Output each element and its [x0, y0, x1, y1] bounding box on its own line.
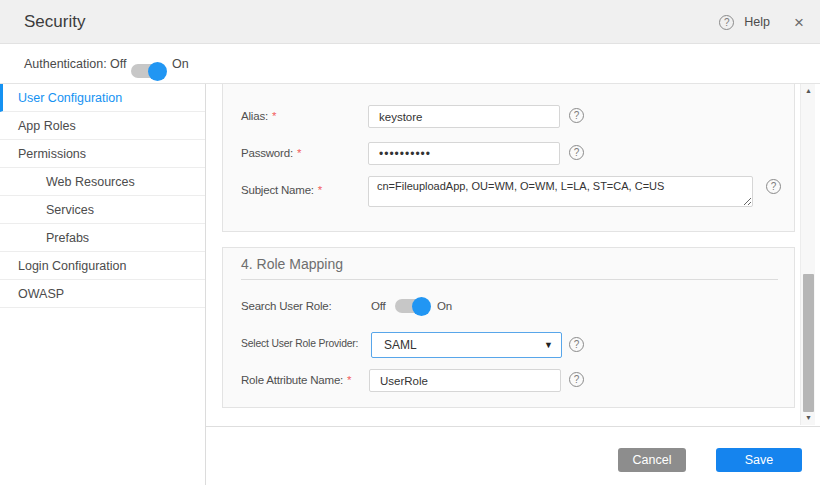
vertical-scrollbar[interactable]: ▲ ▼ [800, 84, 815, 425]
section-divider [241, 279, 778, 280]
provider-label: Select User Role Provider: [241, 337, 358, 349]
sidebar-item-web-resources[interactable]: Web Resources [0, 168, 205, 196]
role-attribute-help-icon[interactable]: ? [569, 372, 584, 387]
close-icon[interactable]: × [794, 14, 804, 31]
alias-label: Alias:* [241, 110, 276, 122]
scroll-down-icon[interactable]: ▼ [801, 411, 816, 425]
cancel-button[interactable]: Cancel [618, 448, 686, 472]
scrollbar-thumb[interactable] [803, 274, 814, 412]
header-actions: ? Help × [719, 0, 804, 44]
authentication-label: Authentication: [24, 44, 107, 84]
sidebar-item-app-roles[interactable]: App Roles [0, 112, 205, 140]
authentication-off-label: Off [110, 44, 126, 84]
alias-input[interactable] [368, 105, 560, 128]
sidebar-item-services[interactable]: Services [0, 196, 205, 224]
page-title: Security [24, 0, 85, 44]
role-attribute-input[interactable] [369, 369, 561, 392]
search-user-role-toggle[interactable] [395, 299, 429, 313]
search-user-role-on-label: On [437, 300, 452, 312]
sidebar-item-login-configuration[interactable]: Login Configuration [0, 252, 205, 280]
help-link[interactable]: Help [744, 15, 770, 29]
role-attribute-label: Role Attribute Name:* [241, 374, 351, 386]
search-user-role-off-label: Off [371, 300, 386, 312]
authentication-bar: Authentication: Off On [0, 44, 820, 84]
authentication-toggle[interactable] [131, 64, 165, 78]
keystore-section-card: Alias:* ? Password:* ? Subject Name:* cn… [222, 84, 795, 232]
required-asterisk: * [272, 110, 276, 122]
subject-name-help-icon[interactable]: ? [766, 179, 781, 194]
sidebar-item-prefabs[interactable]: Prefabs [0, 224, 205, 252]
alias-help-icon[interactable]: ? [569, 108, 584, 123]
provider-help-icon[interactable]: ? [569, 337, 584, 352]
footer-divider [206, 426, 820, 427]
password-label: Password:* [241, 147, 301, 159]
save-button[interactable]: Save [716, 448, 802, 472]
help-icon[interactable]: ? [719, 15, 734, 30]
search-user-role-label: Search User Role: [241, 300, 332, 312]
subject-name-textarea[interactable]: cn=FileuploadApp, OU=WM, O=WM, L=LA, ST=… [368, 176, 753, 207]
dialog-header: Security ? Help × [0, 0, 820, 44]
settings-content: Alias:* ? Password:* ? Subject Name:* cn… [206, 84, 800, 426]
settings-sidebar: User Configuration App Roles Permissions… [0, 84, 206, 485]
role-mapping-section-card: 4. Role Mapping Search User Role: Off On… [222, 247, 795, 408]
toggle-knob [148, 62, 167, 81]
toggle-knob [412, 297, 431, 316]
dropdown-arrow-icon: ▼ [544, 333, 553, 357]
sidebar-item-owasp[interactable]: OWASP [0, 280, 205, 308]
security-dialog: Security ? Help × Authentication: Off On… [0, 0, 820, 485]
password-help-icon[interactable]: ? [569, 145, 584, 160]
selected-provider-value: SAML [384, 338, 417, 352]
password-input[interactable] [368, 142, 560, 165]
sidebar-item-user-configuration[interactable]: User Configuration [0, 84, 205, 112]
subject-name-label: Subject Name:* [241, 184, 322, 196]
authentication-on-label: On [172, 44, 189, 84]
required-asterisk: * [318, 184, 322, 196]
required-asterisk: * [297, 147, 301, 159]
user-role-provider-select[interactable]: SAML ▼ [371, 332, 562, 358]
role-mapping-section-title: 4. Role Mapping [241, 256, 343, 272]
scroll-up-icon[interactable]: ▲ [801, 84, 816, 98]
sidebar-item-permissions[interactable]: Permissions [0, 140, 205, 168]
required-asterisk: * [347, 374, 351, 386]
